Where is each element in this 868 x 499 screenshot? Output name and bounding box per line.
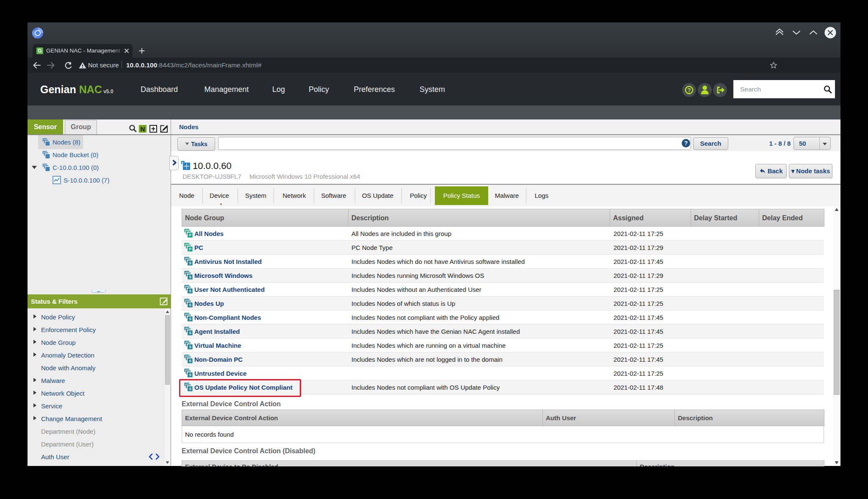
svg-text:S: S xyxy=(189,317,191,321)
svg-text:S: S xyxy=(189,345,191,349)
svg-text:S: S xyxy=(189,303,191,307)
svg-text:S: S xyxy=(189,275,191,279)
svg-text:P: P xyxy=(189,247,191,251)
svg-text:P: P xyxy=(189,233,191,237)
svg-text:S: S xyxy=(189,331,191,335)
svg-text:S: S xyxy=(189,359,191,363)
svg-text:S: S xyxy=(189,373,191,377)
svg-text:?: ? xyxy=(687,87,691,94)
svg-text:S: S xyxy=(189,289,191,293)
svg-text:S: S xyxy=(189,261,191,265)
svg-text:N: N xyxy=(141,125,145,133)
